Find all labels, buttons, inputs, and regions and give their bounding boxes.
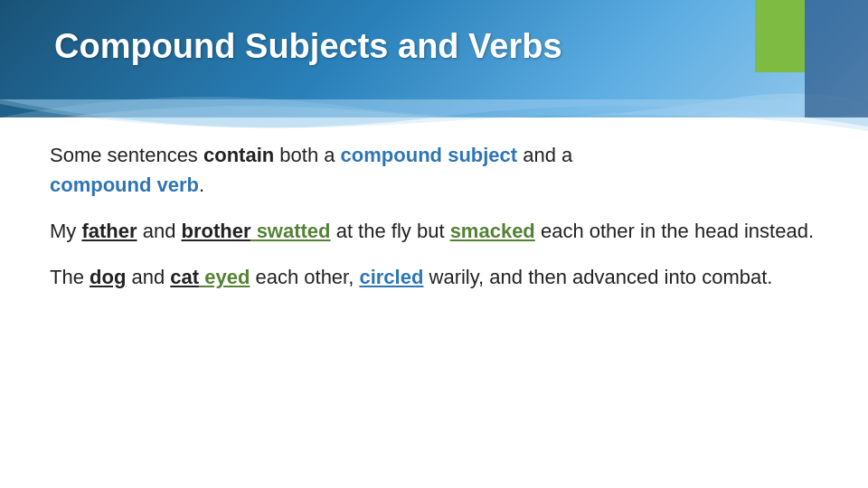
p2-father: father [81, 220, 137, 242]
p2-rest1: at the fly but [331, 220, 450, 242]
p3-dog: dog [90, 266, 126, 288]
paragraph-3: The dog and cat eyed each other, circled… [50, 262, 818, 292]
p1-contain: contain [203, 144, 274, 166]
wave-divider-svg [0, 99, 868, 145]
slide: Compound Subjects and Verbs Some sentenc… [0, 0, 868, 488]
p2-prefix: My [50, 220, 81, 242]
green-accent-block [755, 0, 805, 72]
p3-and2: and [126, 266, 170, 288]
p1-compound-subject: compound subject [341, 144, 518, 166]
p1-middle1: both a [274, 144, 340, 166]
p1-middle2: and a [517, 144, 572, 166]
p2-and1: and [137, 220, 182, 242]
p3-prefix: The [50, 266, 90, 288]
p2-brother: brother [182, 220, 251, 242]
p2-smacked: smacked [450, 220, 535, 242]
p3-cat: cat [170, 266, 199, 288]
p3-circled: circled [359, 266, 423, 288]
paragraph-1: Some sentences contain both a compound s… [50, 140, 818, 200]
p3-rest2: warily, and then advanced into combat. [423, 266, 772, 288]
slide-content: Some sentences contain both a compound s… [50, 140, 818, 470]
p1-end: . [199, 174, 204, 196]
p2-rest2: each other in the head instead. [535, 220, 814, 242]
p1-intro: Some sentences [50, 144, 203, 166]
p3-rest1: each other, [250, 266, 359, 288]
slide-title: Compound Subjects and Verbs [54, 27, 562, 66]
p2-swatted: swatted [251, 220, 331, 242]
paragraph-2: My father and brother swatted at the fly… [50, 216, 818, 246]
p3-eyed: eyed [199, 266, 250, 288]
p1-compound-verb: compound verb [50, 174, 199, 196]
blue-accent-block [805, 0, 868, 117]
